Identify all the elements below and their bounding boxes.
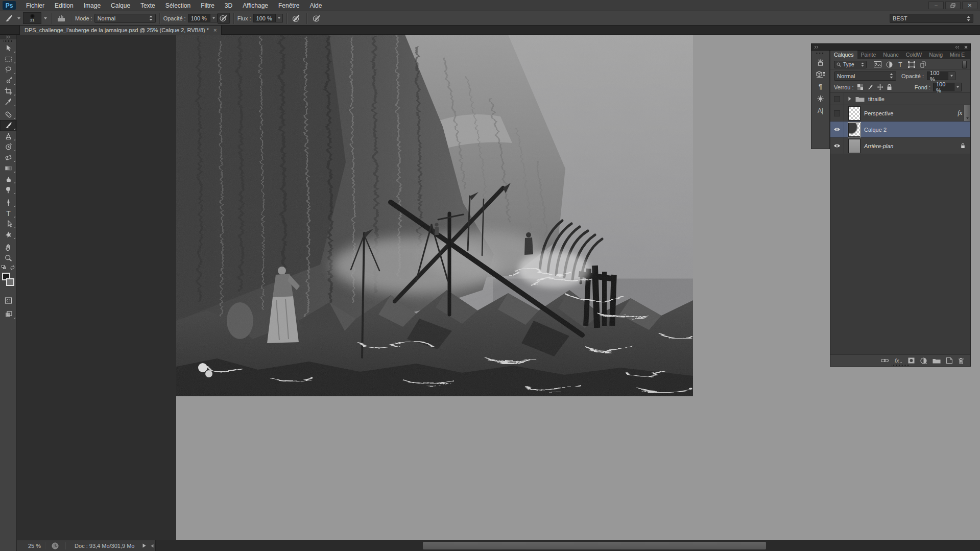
tool-lasso[interactable] <box>0 64 16 75</box>
lock-all-icon[interactable] <box>887 84 892 90</box>
paragraph-panel-icon[interactable]: ¶ <box>811 80 829 92</box>
tab-close-icon[interactable]: × <box>213 28 217 33</box>
tool-pen[interactable] <box>0 197 16 208</box>
panel-resize-grip[interactable] <box>892 365 909 366</box>
filter-shape-layers-icon[interactable] <box>908 61 915 68</box>
visibility-toggle[interactable] <box>830 105 844 121</box>
tool-history-brush[interactable] <box>0 141 16 152</box>
menu-3d[interactable]: 3D <box>220 0 237 11</box>
add-layer-mask-button[interactable] <box>908 357 915 364</box>
group-disclosure-icon[interactable] <box>848 97 851 101</box>
tab-painte[interactable]: Painte <box>857 51 880 59</box>
restore-button[interactable] <box>945 2 961 9</box>
screen-mode-button[interactable] <box>0 309 16 320</box>
tool-zoom[interactable] <box>0 253 16 263</box>
fx-expand-scrollbar[interactable] <box>964 105 970 121</box>
brush-tool-preset-icon[interactable] <box>3 13 15 24</box>
toolbar-collapse-button[interactable] <box>0 35 16 39</box>
minimize-button[interactable]: – <box>928 2 944 9</box>
filter-toggle-switch[interactable] <box>962 61 967 68</box>
tool-path-selection[interactable] <box>0 219 16 229</box>
menu-texte[interactable]: Texte <box>135 0 160 11</box>
layer-row-titraille[interactable]: titraille <box>830 93 970 105</box>
layer-thumbnail[interactable] <box>848 123 861 137</box>
layer-row-calque-2[interactable]: Calque 2 <box>830 122 970 138</box>
character-styles-panel-icon[interactable]: A| <box>811 105 829 117</box>
tool-hand[interactable] <box>0 242 16 253</box>
scroll-left-icon[interactable] <box>151 544 154 548</box>
layer-thumbnail[interactable] <box>848 106 861 121</box>
tool-eraser[interactable] <box>0 152 16 163</box>
panel-dock-titlebar[interactable] <box>811 43 971 51</box>
menu-edition[interactable]: Edition <box>50 0 79 11</box>
horizontal-scrollbar-thumb[interactable] <box>423 542 766 549</box>
tab-calques[interactable]: Calques <box>830 51 857 59</box>
blend-mode-select[interactable]: Normal <box>834 71 896 81</box>
tab-navigation[interactable]: Navig <box>925 51 946 59</box>
menu-aide[interactable]: Aide <box>304 0 327 11</box>
workspace-preset-select[interactable]: BEST <box>890 14 973 23</box>
opacity-dropdown-button[interactable] <box>210 14 218 22</box>
filter-smart-objects-icon[interactable] <box>920 61 926 68</box>
opacity-field[interactable]: 100 % <box>188 14 210 22</box>
layer-row-arriere-plan[interactable]: Arrière-plan <box>830 138 970 154</box>
filter-type-layers-icon[interactable]: T <box>897 61 903 67</box>
filter-adjustment-layers-icon[interactable] <box>886 61 893 68</box>
tool-gradient[interactable] <box>0 163 16 174</box>
tool-brush[interactable] <box>0 120 16 131</box>
menu-fenetre[interactable]: Fenêtre <box>273 0 304 11</box>
glyphs-panel-icon[interactable] <box>811 92 829 105</box>
collapse-dock-icon[interactable] <box>955 45 960 49</box>
layer-row-perspective[interactable]: Perspective fx <box>830 105 970 122</box>
brush-preset-picker[interactable]: 31 <box>23 12 41 24</box>
tool-clone-stamp[interactable] <box>0 131 16 141</box>
brush-presets-panel-icon[interactable] <box>811 56 829 68</box>
tool-smudge[interactable] <box>0 174 16 184</box>
link-layers-button[interactable] <box>881 358 889 363</box>
toolbar-grip[interactable] <box>4 40 13 42</box>
quick-mask-button[interactable] <box>0 295 16 306</box>
tool-spot-healing-brush[interactable] <box>0 109 16 120</box>
toggle-brush-panel-button[interactable] <box>55 13 67 24</box>
tool-quick-selection[interactable] <box>0 75 16 86</box>
tool-type[interactable]: T <box>0 208 16 219</box>
menu-affichage[interactable]: Affichage <box>237 0 273 11</box>
visibility-toggle[interactable] <box>830 138 844 154</box>
close-button[interactable]: ✕ <box>962 2 977 9</box>
3d-panel-icon[interactable] <box>811 68 829 80</box>
chevron-down-icon[interactable] <box>43 17 47 20</box>
background-color-swatch[interactable] <box>6 278 14 286</box>
canvas-painting[interactable] <box>176 35 693 396</box>
close-dock-icon[interactable] <box>964 45 968 49</box>
layer-style-button[interactable]: fx <box>894 357 902 364</box>
airbrush-toggle[interactable] <box>291 13 303 24</box>
pressure-size-toggle[interactable] <box>310 13 323 24</box>
zoom-level-field[interactable]: 25 % <box>28 543 41 549</box>
horizontal-scrollbar[interactable] <box>155 540 980 551</box>
filter-type-select[interactable]: Type <box>834 61 867 68</box>
lock-position-icon[interactable] <box>877 84 883 90</box>
chevron-down-icon[interactable] <box>17 17 21 20</box>
delete-layer-button[interactable] <box>958 357 964 364</box>
tool-move[interactable] <box>0 43 16 54</box>
new-layer-button[interactable] <box>946 357 952 364</box>
default-colors-icon[interactable] <box>2 265 7 270</box>
layer-fx-badge[interactable]: fx <box>958 109 962 117</box>
fill-dropdown[interactable] <box>954 83 962 91</box>
add-adjustment-layer-button[interactable] <box>920 357 927 364</box>
tab-mini-bridge[interactable]: Mini E <box>946 51 968 59</box>
tool-custom-shape[interactable] <box>0 229 16 240</box>
new-group-button[interactable] <box>933 358 941 364</box>
layer-opacity-dropdown[interactable] <box>948 71 955 80</box>
tool-eyedropper[interactable] <box>0 97 16 107</box>
fill-field[interactable]: 100 % <box>933 83 954 91</box>
flow-field[interactable]: 100 % <box>253 14 276 22</box>
lock-transparency-icon[interactable] <box>857 84 864 90</box>
expand-dock-icon[interactable] <box>814 45 819 49</box>
document-tab[interactable]: DPS_challenge_l'auberge de la jamaique.p… <box>19 26 222 35</box>
layer-thumbnail[interactable] <box>848 139 861 153</box>
tool-rectangular-marquee[interactable] <box>0 54 16 64</box>
tool-crop[interactable] <box>0 86 16 97</box>
pressure-opacity-toggle[interactable] <box>218 13 230 24</box>
status-sync-icon[interactable] <box>52 542 59 549</box>
